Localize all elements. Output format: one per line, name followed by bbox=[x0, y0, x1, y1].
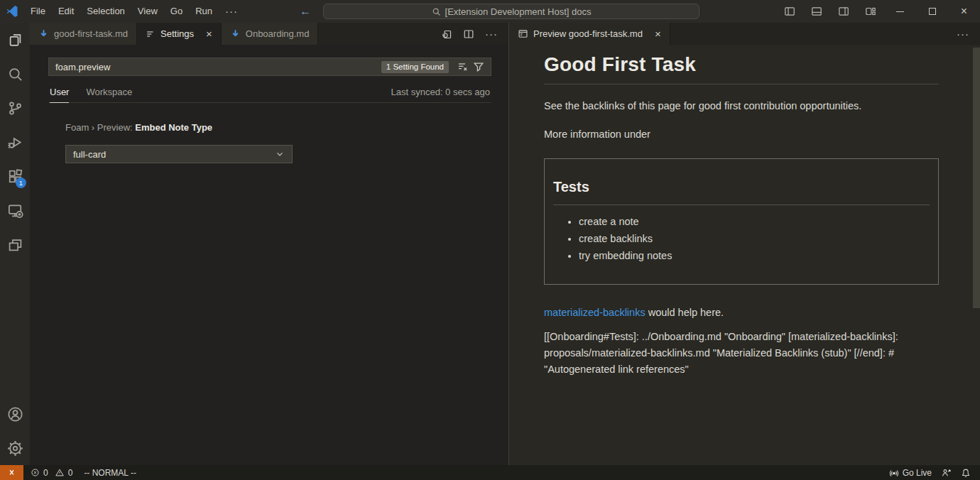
stacked-windows-icon[interactable] bbox=[0, 227, 30, 261]
split-editor-icon[interactable] bbox=[463, 28, 474, 40]
error-count: 0 bbox=[43, 468, 48, 478]
minimize-button[interactable] bbox=[884, 0, 916, 23]
tab-label: Settings bbox=[160, 28, 194, 39]
remote-indicator[interactable] bbox=[0, 465, 23, 480]
menu-edit[interactable]: Edit bbox=[52, 0, 80, 23]
vim-mode-indicator[interactable]: -- NORMAL -- bbox=[84, 468, 136, 478]
toggle-secondary-sidebar-icon[interactable] bbox=[830, 0, 857, 23]
last-synced-label: Last synced: 0 secs ago bbox=[391, 87, 490, 102]
status-bar: 0 0 -- NORMAL -- Go Live bbox=[0, 465, 980, 480]
left-tab-strip: good-first-task.md Settings × Onboarding… bbox=[30, 23, 508, 45]
activity-bar: 1 bbox=[0, 23, 30, 465]
search-icon[interactable] bbox=[0, 57, 30, 91]
close-tab-icon[interactable]: × bbox=[206, 28, 212, 39]
extensions-icon[interactable]: 1 bbox=[0, 159, 30, 193]
notifications-bell-icon[interactable] bbox=[961, 468, 971, 478]
more-actions-icon[interactable]: ··· bbox=[957, 28, 969, 40]
tab-label: good-first-task.md bbox=[54, 28, 128, 39]
embedded-note-title: Tests bbox=[553, 179, 930, 195]
tab-onboarding[interactable]: Onboarding.md bbox=[222, 23, 319, 45]
remote-explorer-icon[interactable] bbox=[0, 193, 30, 227]
menu-view[interactable]: View bbox=[131, 0, 164, 23]
settings-found-badge: 1 Setting Found bbox=[381, 61, 449, 73]
chevron-down-icon bbox=[275, 149, 285, 159]
embedded-note-list: create a note create backlinks try embed… bbox=[553, 216, 930, 261]
preview-paragraph: materialized-backlinks would help here. bbox=[544, 307, 939, 318]
status-bar-right: Go Live bbox=[889, 468, 980, 478]
list-item: create a note bbox=[579, 216, 930, 227]
right-tab-strip: Preview good-first-task.md × ··· bbox=[509, 23, 980, 45]
tab-preview-good-first-task[interactable]: Preview good-first-task.md × bbox=[509, 23, 670, 45]
clear-settings-filter-icon[interactable] bbox=[455, 59, 471, 75]
settings-list-icon bbox=[146, 29, 156, 39]
toggle-panel-icon[interactable] bbox=[803, 0, 830, 23]
title-bar: File Edit Selection View Go Run ··· ← → … bbox=[0, 0, 980, 23]
search-icon bbox=[432, 7, 441, 16]
tab-label: Onboarding.md bbox=[246, 28, 310, 39]
preview-scrollbar[interactable] bbox=[973, 48, 980, 308]
link-references-paragraph: [[Onboarding#Tests]: ../Onboarding.md "O… bbox=[544, 329, 939, 378]
settings-search-input[interactable]: foam.preview 1 Setting Found bbox=[48, 58, 491, 76]
setting-label-prefix: Foam › Preview: bbox=[65, 122, 135, 133]
settings-gear-icon[interactable] bbox=[0, 431, 30, 465]
embed-note-type-select[interactable]: full-card bbox=[65, 145, 293, 163]
title-divider bbox=[544, 84, 939, 84]
more-actions-icon[interactable]: ··· bbox=[485, 28, 498, 40]
workbench: 1 good-first-task.md Settings bbox=[0, 23, 980, 465]
preview-paragraph: See the backlinks of this page for good … bbox=[544, 100, 939, 111]
menu-file[interactable]: File bbox=[24, 0, 52, 23]
problems-indicator[interactable]: 0 0 bbox=[31, 468, 72, 478]
settings-search-value: foam.preview bbox=[55, 62, 381, 72]
menu-bar: File Edit Selection View Go Run ··· bbox=[24, 0, 244, 23]
menu-go[interactable]: Go bbox=[164, 0, 189, 23]
setting-row-embed-note-type: Foam › Preview: Embed Note Type full-car… bbox=[65, 122, 491, 163]
feedback-icon[interactable] bbox=[941, 468, 952, 478]
settings-editor: foam.preview 1 Setting Found User Worksp… bbox=[30, 45, 508, 163]
accounts-icon[interactable] bbox=[0, 397, 30, 431]
editor-group-preview: Preview good-first-task.md × ··· Good Fi… bbox=[509, 23, 980, 465]
broadcast-icon bbox=[889, 468, 899, 478]
menu-more-icon[interactable]: ··· bbox=[219, 0, 244, 23]
activity-bar-bottom bbox=[0, 397, 30, 465]
remote-icon bbox=[7, 468, 16, 477]
toggle-sidebar-icon[interactable] bbox=[776, 0, 803, 23]
materialized-backlinks-link[interactable]: materialized-backlinks bbox=[544, 307, 646, 318]
scope-tab-workspace[interactable]: Workspace bbox=[86, 87, 132, 102]
extensions-badge: 1 bbox=[16, 178, 26, 188]
back-arrow-icon[interactable]: ← bbox=[300, 5, 311, 18]
warning-icon bbox=[55, 468, 65, 477]
minimize-icon bbox=[896, 11, 904, 12]
command-center-text: [Extension Development Host] docs bbox=[445, 6, 592, 17]
close-icon: × bbox=[961, 5, 967, 18]
close-window-button[interactable]: × bbox=[948, 0, 980, 23]
filter-settings-icon[interactable] bbox=[471, 59, 486, 75]
markdown-file-icon bbox=[230, 28, 241, 39]
open-settings-json-icon[interactable] bbox=[441, 28, 452, 40]
setting-label-name: Embed Note Type bbox=[135, 122, 212, 133]
run-debug-icon[interactable] bbox=[0, 125, 30, 159]
markdown-file-icon bbox=[38, 28, 49, 39]
tab-settings[interactable]: Settings × bbox=[137, 23, 222, 45]
tab-good-first-task[interactable]: good-first-task.md bbox=[30, 23, 137, 45]
settings-scope-tabs: User Workspace Last synced: 0 secs ago bbox=[48, 87, 491, 103]
menu-selection[interactable]: Selection bbox=[80, 0, 131, 23]
close-tab-icon[interactable]: × bbox=[655, 28, 661, 39]
preview-paragraph: More information under bbox=[544, 129, 939, 140]
maximize-button[interactable] bbox=[916, 0, 948, 23]
command-center-search[interactable]: [Extension Development Host] docs bbox=[323, 4, 699, 19]
go-live-button[interactable]: Go Live bbox=[889, 468, 932, 478]
link-suffix-text: would help here. bbox=[646, 307, 724, 318]
menu-run[interactable]: Run bbox=[189, 0, 219, 23]
markdown-preview-icon bbox=[518, 28, 528, 39]
list-item: try embedding notes bbox=[579, 250, 930, 261]
customize-layout-icon[interactable] bbox=[857, 0, 884, 23]
explorer-icon[interactable] bbox=[0, 23, 30, 57]
tab-label: Preview good-first-task.md bbox=[533, 28, 643, 39]
left-editor-actions: ··· bbox=[441, 23, 508, 45]
right-editor-actions: ··· bbox=[957, 23, 980, 45]
window-controls: × bbox=[776, 0, 980, 23]
warning-count: 0 bbox=[68, 468, 73, 478]
scope-tab-user[interactable]: User bbox=[50, 87, 69, 103]
source-control-icon[interactable] bbox=[0, 91, 30, 125]
embedded-note-divider bbox=[553, 204, 930, 205]
